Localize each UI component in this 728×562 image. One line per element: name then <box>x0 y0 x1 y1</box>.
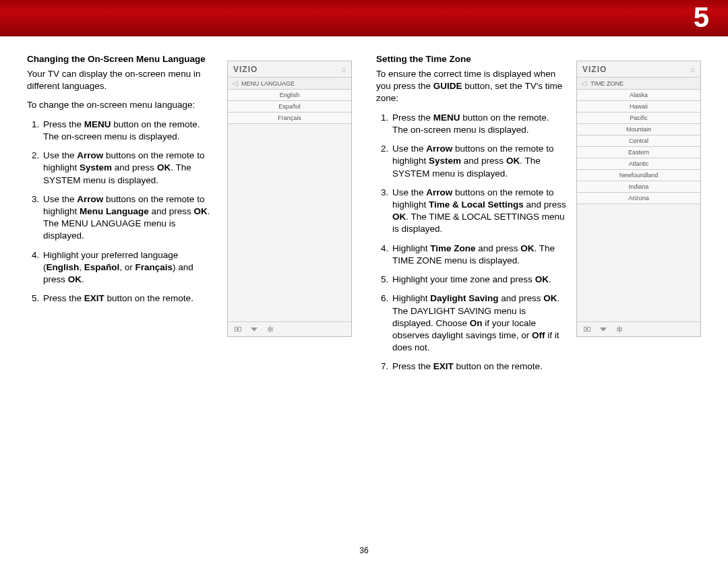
right-step-3: Use the Arrow buttons on the remote to h… <box>391 187 567 236</box>
chapter-number: 5 <box>694 0 709 35</box>
wide-icon <box>235 327 241 332</box>
left-step-2: Use the Arrow buttons on the remote to h… <box>42 150 218 187</box>
tv-footer <box>228 321 351 336</box>
right-step-5: Highlight your time zone and press OK. <box>391 274 567 286</box>
right-text: Setting the Time Zone To ensure the corr… <box>376 54 567 380</box>
tv-menu-title-row: ◁ TIME ZONE <box>577 77 700 90</box>
tv-menu-item: English <box>228 90 351 101</box>
right-heading: Setting the Time Zone <box>376 54 567 64</box>
wide-icon <box>584 327 590 332</box>
left-column: Changing the On-Screen Menu Language You… <box>27 54 352 380</box>
left-heading: Changing the On-Screen Menu Language <box>27 54 218 64</box>
tv-menu-language: VIZIO ⌂ ◁ MENU LANGUAGE English Español … <box>227 61 352 337</box>
back-arrow-icon: ◁ <box>581 79 586 88</box>
tv-menu-item: Mountain <box>577 124 700 135</box>
tv-logo: VIZIO <box>233 65 257 74</box>
right-step-2: Use the Arrow buttons on the remote to h… <box>391 143 567 180</box>
tv-menu-item: Atlantic <box>577 158 700 170</box>
tv-menu-title: MENU LANGUAGE <box>241 80 295 87</box>
left-step-3: Use the Arrow buttons on the remote to h… <box>42 193 218 243</box>
left-steps: Press the MENU button on the remote. The… <box>27 119 218 305</box>
right-step-4: Highlight Time Zone and press OK. The TI… <box>391 243 567 267</box>
left-intro-1: Your TV can display the on-screen menu i… <box>27 68 218 92</box>
tv-header: VIZIO ⌂ <box>577 61 700 77</box>
tv-menu-item: Español <box>228 101 351 113</box>
tv-menu-item: Pacific <box>577 113 700 124</box>
tv-menu-item: Central <box>577 135 700 147</box>
tv-menu-item: Alaska <box>577 90 700 101</box>
page-number: 36 <box>0 546 728 555</box>
left-step-5: Press the EXIT button on the remote. <box>42 292 218 305</box>
tv-menu-item: Hawaii <box>577 101 700 113</box>
right-step-7: Press the EXIT button on the remote. <box>391 361 567 373</box>
tv-logo: VIZIO <box>582 65 607 74</box>
tv-menu-item: Indiana <box>577 181 700 193</box>
left-step-1: Press the MENU button on the remote. The… <box>42 119 218 143</box>
tv-menu-item: Arizona <box>577 193 700 204</box>
right-step-6: Highlight Daylight Saving and press OK. … <box>391 292 567 354</box>
home-icon: ⌂ <box>341 65 346 73</box>
gear-icon <box>267 325 274 334</box>
gear-icon <box>616 325 623 334</box>
right-column: Setting the Time Zone To ensure the corr… <box>376 54 701 380</box>
tv-menu-title-row: ◁ MENU LANGUAGE <box>228 77 351 90</box>
tv-menu-item: Newfoundland <box>577 170 700 181</box>
tv-menu-title: TIME ZONE <box>590 80 624 87</box>
left-step-4: Highlight your preferred language (Engli… <box>42 249 218 286</box>
chevron-down-icon <box>251 327 257 332</box>
home-icon: ⌂ <box>690 65 695 73</box>
right-steps: Press the MENU button on the remote. The… <box>376 112 567 373</box>
chevron-down-icon <box>600 327 607 332</box>
tv-menu-item: Eastern <box>577 147 700 158</box>
page-content: Changing the On-Screen Menu Language You… <box>27 54 701 380</box>
chapter-banner: 5 <box>0 0 728 36</box>
right-step-1: Press the MENU button on the remote. The… <box>391 112 567 136</box>
left-intro-2: To change the on-screen menu language: <box>27 99 218 111</box>
back-arrow-icon: ◁ <box>232 79 237 88</box>
right-intro: To ensure the correct time is displayed … <box>376 68 567 105</box>
tv-menu-timezone: VIZIO ⌂ ◁ TIME ZONE Alaska Hawaii Pacifi… <box>576 61 701 337</box>
tv-menu-item: Français <box>228 113 351 124</box>
tv-footer <box>577 321 700 336</box>
tv-header: VIZIO ⌂ <box>228 61 351 77</box>
left-text: Changing the On-Screen Menu Language You… <box>27 54 218 380</box>
